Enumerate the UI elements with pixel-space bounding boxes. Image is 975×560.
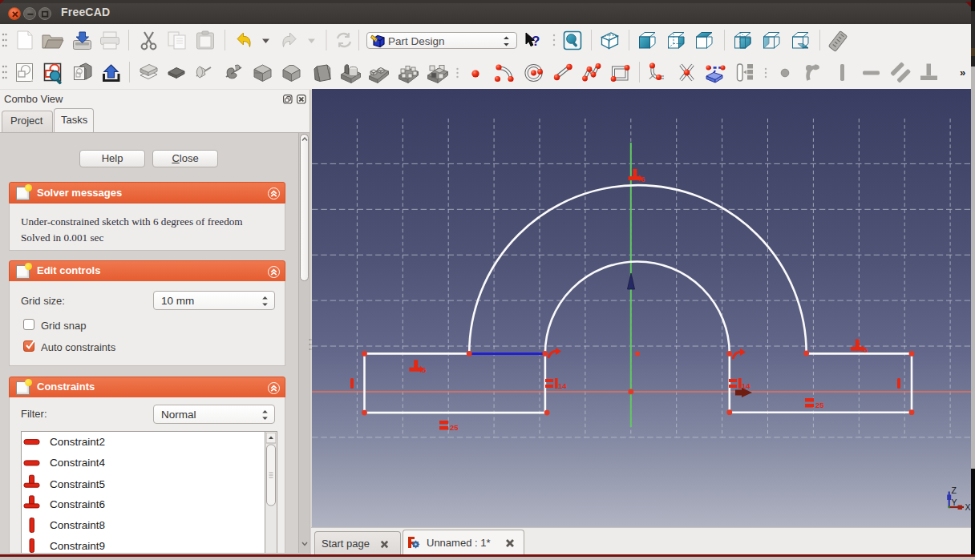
svg-text:Constraint5: Constraint5 [50, 478, 105, 490]
svg-text:Constraint4: Constraint4 [50, 457, 106, 469]
svg-text:Constraint9: Constraint9 [50, 540, 105, 552]
svg-text:5: 5 [422, 365, 427, 374]
svg-text:?: ? [532, 34, 540, 49]
svg-text:X: X [965, 502, 971, 512]
svg-text:25: 25 [450, 423, 459, 432]
svg-text:Y: Y [952, 498, 957, 507]
svg-text:14: 14 [558, 381, 567, 390]
svg-text:»: » [960, 66, 965, 79]
svg-text:6: 6 [641, 175, 645, 183]
svg-text:Z: Z [952, 485, 957, 495]
svg-text:25: 25 [815, 401, 824, 409]
svg-text:Constraint8: Constraint8 [50, 519, 105, 531]
svg-text:Constraint6: Constraint6 [50, 498, 105, 510]
svg-text:6: 6 [864, 345, 868, 354]
svg-text:Constraint2: Constraint2 [50, 436, 105, 448]
